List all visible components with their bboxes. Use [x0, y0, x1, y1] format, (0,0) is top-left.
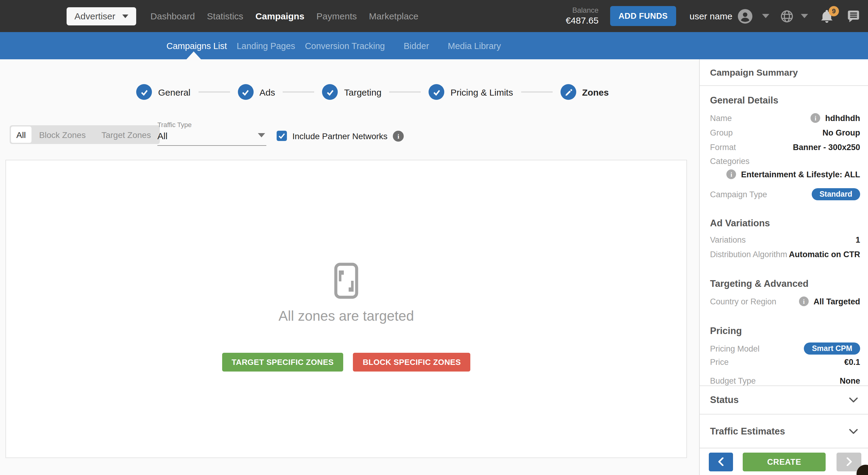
step-label: Pricing & Limits: [451, 87, 513, 97]
select-caret-icon: [258, 133, 265, 137]
nav-item-marketplace[interactable]: Marketplace: [363, 11, 424, 21]
sidebar-title: Campaign Summary: [700, 59, 868, 86]
subnav-item-media-library[interactable]: Media Library: [443, 41, 506, 51]
step-label: Ads: [259, 87, 275, 97]
chevron-right-icon: [846, 457, 852, 466]
add-funds-button[interactable]: ADD FUNDS: [610, 6, 676, 26]
step-complete-check-icon: [238, 84, 253, 100]
summary-row-country: Country or Region i All Targeted: [710, 296, 860, 306]
avatar[interactable]: [738, 9, 752, 23]
traffic-estimates-section-toggle[interactable]: Traffic Estimates: [700, 414, 868, 448]
step-complete-check-icon: [322, 84, 338, 100]
step-complete-check-icon: [136, 84, 152, 100]
tab-all[interactable]: All: [11, 126, 31, 143]
pricing-model-badge: Smart CPM: [804, 343, 860, 355]
chat-icon: [847, 9, 860, 23]
campaign-summary-sidebar: Campaign Summary General Details Name i …: [699, 59, 868, 475]
notification-badge: 9: [829, 6, 839, 16]
chevron-down-icon: [849, 429, 858, 434]
categories-info-icon[interactable]: i: [726, 169, 736, 179]
summary-row-categories-value: i Entertainment & Lifestyle: ALL: [710, 169, 860, 179]
next-step-button[interactable]: [837, 452, 861, 471]
step-label: General: [158, 87, 191, 97]
empty-state-actions: TARGET SPECIFIC ZONES BLOCK SPECIFIC ZON…: [222, 353, 471, 372]
language-globe-icon[interactable]: [780, 9, 794, 23]
chevron-left-icon: [718, 457, 724, 466]
summary-row-price: Price €0.1: [710, 358, 860, 367]
step-targeting[interactable]: Targeting: [322, 84, 381, 100]
tab-block-zones[interactable]: Block Zones: [31, 126, 94, 143]
traffic-type-label: Traffic Type: [157, 121, 266, 128]
advertiser-dropdown[interactable]: Advertiser: [67, 7, 136, 25]
zones-placeholder-icon: [334, 263, 358, 299]
country-info-icon[interactable]: i: [799, 296, 809, 306]
traffic-type-value: All: [157, 128, 266, 146]
notifications-button[interactable]: 9: [820, 9, 834, 23]
balance-value: €487.65: [566, 15, 598, 26]
stepper-connector: [198, 91, 230, 93]
nav-item-campaigns[interactable]: Campaigns: [249, 11, 311, 21]
targeting-advanced-heading: Targeting & Advanced: [710, 278, 860, 289]
language-caret-icon[interactable]: [801, 14, 808, 18]
summary-row-pricing-model: Pricing Model Smart CPM: [710, 343, 860, 355]
summary-row-format: Format Banner - 300x250: [710, 143, 860, 152]
include-partner-networks-label: Include Partner Networks: [292, 131, 388, 141]
summary-row-distribution: Distribution Algorithm Automatic on CTR: [710, 250, 860, 259]
partner-networks-info-icon[interactable]: i: [393, 130, 404, 141]
tab-target-zones[interactable]: Target Zones: [94, 126, 159, 143]
campaign-stepper: General Ads Targeting Pric: [23, 84, 722, 100]
balance-label: Balance: [566, 6, 598, 15]
step-zones[interactable]: Zones: [560, 84, 609, 100]
top-bar-right: Balance €487.65 ADD FUNDS user name: [566, 6, 860, 26]
target-specific-zones-button[interactable]: TARGET SPECIFIC ZONES: [222, 353, 343, 372]
name-info-icon[interactable]: i: [811, 113, 820, 123]
nav-item-statistics[interactable]: Statistics: [201, 11, 249, 21]
stepper-connector: [521, 91, 552, 93]
step-edit-pencil-icon: [560, 84, 576, 100]
subnav-item-landing-pages[interactable]: Landing Pages: [232, 41, 300, 51]
include-partner-networks-group: Include Partner Networks i: [277, 126, 404, 145]
general-details-heading: General Details: [710, 95, 860, 106]
chevron-down-icon: [122, 14, 128, 18]
previous-step-button[interactable]: [709, 452, 733, 471]
step-pricing-limits[interactable]: Pricing & Limits: [429, 84, 513, 100]
summary-row-budget-type: Budget Type None: [710, 376, 860, 385]
balance: Balance €487.65: [566, 6, 598, 26]
subnav-item-campaigns-list[interactable]: Campaigns List: [162, 41, 232, 51]
chevron-down-icon: [849, 398, 858, 402]
stepper-connector: [283, 91, 314, 93]
zones-panel: All zones are targeted TARGET SPECIFIC Z…: [5, 160, 687, 458]
empty-state-message: All zones are targeted: [278, 308, 414, 324]
pricing-heading: Pricing: [710, 325, 860, 337]
zones-filter-tabs: All Block Zones Target Zones: [10, 125, 160, 144]
nav-item-dashboard[interactable]: Dashboard: [144, 11, 201, 21]
app-root: Advertiser Dashboard Statistics Campaign…: [0, 0, 868, 475]
globe-icon: [780, 9, 794, 23]
subnav-item-bidder[interactable]: Bidder: [399, 41, 434, 51]
summary-row-campaign-type: Campaign Type Standard: [710, 188, 860, 200]
user-menu-caret-icon[interactable]: [762, 14, 769, 18]
advertiser-dropdown-label: Advertiser: [74, 11, 115, 21]
zones-empty-state: All zones are targeted TARGET SPECIFIC Z…: [6, 263, 686, 372]
create-button[interactable]: CREATE: [743, 452, 826, 471]
nav-item-payments[interactable]: Payments: [311, 11, 363, 21]
main-content: General Ads Targeting Pric: [0, 59, 699, 475]
messages-button[interactable]: [847, 9, 860, 23]
stepper-connector: [389, 91, 421, 93]
ad-variations-heading: Ad Variations: [710, 218, 860, 229]
include-partner-networks-checkbox[interactable]: [277, 131, 287, 141]
block-specific-zones-button[interactable]: BLOCK SPECIFIC ZONES: [353, 353, 470, 372]
traffic-type-select[interactable]: Traffic Type All: [157, 121, 266, 146]
subnav-item-conversion-tracking[interactable]: Conversion Tracking: [300, 41, 390, 51]
summary-scroll-area: General Details Name i hdhdhdh Group No …: [700, 86, 868, 385]
summary-row-name: Name i hdhdhdh: [710, 113, 860, 123]
user-name: user name: [689, 11, 733, 21]
campaigns-sub-nav: Campaigns List Landing Pages Conversion …: [0, 32, 868, 59]
user-avatar-icon: [738, 9, 752, 23]
campaign-type-badge: Standard: [812, 188, 860, 200]
step-ads[interactable]: Ads: [238, 84, 275, 100]
summary-row-group: Group No Group: [710, 128, 860, 137]
step-general[interactable]: General: [136, 84, 191, 100]
top-bar: Advertiser Dashboard Statistics Campaign…: [0, 0, 868, 32]
status-section-toggle[interactable]: Status: [700, 385, 868, 414]
